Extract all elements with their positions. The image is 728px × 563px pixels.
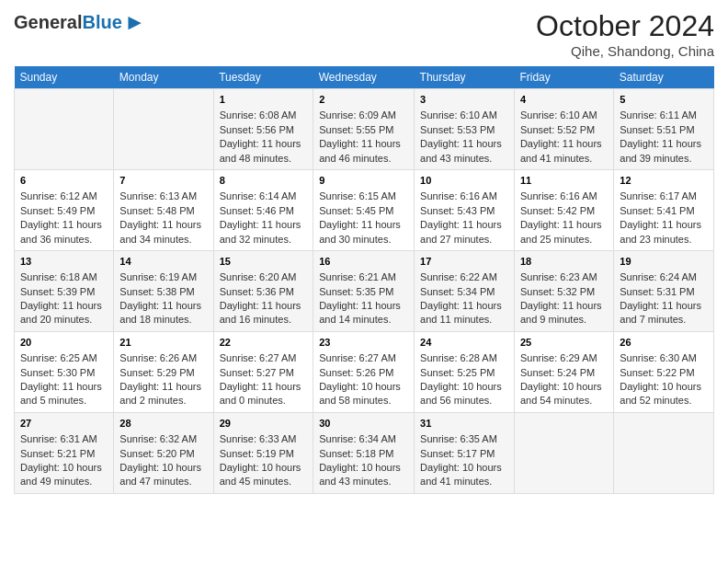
calendar-header-row: SundayMondayTuesdayWednesdayThursdayFrid…: [15, 66, 714, 89]
calendar-cell: 2Sunrise: 6:09 AMSunset: 5:55 PMDaylight…: [313, 89, 415, 170]
day-info: Daylight: 11 hours and 46 minutes.: [319, 137, 408, 166]
day-info: Sunrise: 6:17 AM: [620, 190, 708, 203]
day-info: Sunset: 5:29 PM: [119, 366, 207, 380]
day-info: Sunset: 5:51 PM: [620, 123, 708, 137]
day-info: Daylight: 10 hours and 47 minutes.: [119, 461, 207, 489]
day-info: Sunset: 5:48 PM: [119, 204, 207, 218]
day-info: Sunset: 5:30 PM: [20, 366, 108, 380]
day-info: Sunrise: 6:13 AM: [119, 190, 207, 203]
day-number: 14: [119, 255, 207, 269]
day-number: 19: [620, 255, 708, 269]
day-info: Sunrise: 6:12 AM: [20, 190, 108, 203]
calendar-day-header: Thursday: [415, 66, 515, 89]
day-number: 9: [319, 174, 408, 188]
title-block: October 2024 Qihe, Shandong, China: [536, 9, 714, 59]
day-info: Daylight: 11 hours and 41 minutes.: [520, 137, 608, 166]
day-info: Sunrise: 6:34 AM: [319, 432, 408, 446]
calendar-cell: 19Sunrise: 6:24 AMSunset: 5:31 PMDayligh…: [614, 250, 714, 331]
day-number: 3: [420, 93, 508, 107]
calendar-cell: 31Sunrise: 6:35 AMSunset: 5:17 PMDayligh…: [415, 412, 515, 493]
day-info: Sunset: 5:45 PM: [319, 204, 408, 218]
day-number: 20: [20, 336, 108, 350]
calendar-cell: 25Sunrise: 6:29 AMSunset: 5:24 PMDayligh…: [514, 331, 613, 412]
day-info: Sunset: 5:38 PM: [119, 285, 207, 299]
calendar-cell: 29Sunrise: 6:33 AMSunset: 5:19 PMDayligh…: [213, 412, 313, 493]
day-info: Sunset: 5:17 PM: [420, 447, 508, 461]
day-info: Sunset: 5:32 PM: [520, 285, 608, 299]
day-info: Daylight: 10 hours and 43 minutes.: [319, 461, 408, 489]
day-info: Sunrise: 6:11 AM: [620, 109, 708, 122]
page-container: General Blue ► October 2024 Qihe, Shando…: [0, 0, 728, 503]
main-title: October 2024: [536, 9, 714, 43]
calendar-cell: 21Sunrise: 6:26 AMSunset: 5:29 PMDayligh…: [114, 331, 213, 412]
day-info: Sunrise: 6:35 AM: [420, 432, 508, 446]
day-number: 23: [319, 336, 408, 350]
day-number: 2: [319, 93, 408, 107]
day-info: Sunrise: 6:10 AM: [420, 109, 508, 122]
day-info: Daylight: 11 hours and 16 minutes.: [220, 299, 307, 327]
day-number: 28: [119, 417, 207, 431]
day-number: 17: [420, 255, 508, 269]
day-number: 12: [620, 174, 708, 188]
day-info: Sunrise: 6:31 AM: [20, 432, 108, 446]
calendar-cell: 27Sunrise: 6:31 AMSunset: 5:21 PMDayligh…: [15, 412, 114, 493]
day-info: Sunset: 5:42 PM: [520, 204, 608, 218]
header: General Blue ► October 2024 Qihe, Shando…: [14, 9, 714, 59]
day-info: Daylight: 11 hours and 32 minutes.: [220, 218, 307, 247]
calendar-cell: [614, 412, 714, 493]
calendar-cell: [114, 89, 213, 170]
day-info: Daylight: 11 hours and 25 minutes.: [520, 218, 608, 247]
calendar-cell: 4Sunrise: 6:10 AMSunset: 5:52 PMDaylight…: [514, 89, 613, 170]
day-number: 29: [220, 417, 307, 431]
calendar-cell: 7Sunrise: 6:13 AMSunset: 5:48 PMDaylight…: [114, 169, 213, 250]
calendar-cell: 30Sunrise: 6:34 AMSunset: 5:18 PMDayligh…: [313, 412, 415, 493]
day-info: Daylight: 11 hours and 39 minutes.: [620, 137, 708, 166]
day-info: Daylight: 11 hours and 9 minutes.: [520, 299, 608, 327]
day-number: 24: [420, 336, 508, 350]
day-info: Sunset: 5:55 PM: [319, 123, 408, 137]
day-info: Daylight: 10 hours and 52 minutes.: [620, 380, 708, 408]
day-number: 26: [620, 336, 708, 350]
calendar-cell: 15Sunrise: 6:20 AMSunset: 5:36 PMDayligh…: [213, 250, 313, 331]
logo-icon: ►: [124, 9, 146, 35]
day-info: Sunrise: 6:24 AM: [620, 270, 708, 284]
day-info: Sunrise: 6:27 AM: [319, 351, 408, 365]
calendar-day-header: Tuesday: [213, 66, 313, 89]
calendar-table: SundayMondayTuesdayWednesdayThursdayFrid…: [14, 66, 714, 494]
calendar-cell: 24Sunrise: 6:28 AMSunset: 5:25 PMDayligh…: [415, 331, 515, 412]
day-info: Sunset: 5:27 PM: [220, 366, 307, 380]
calendar-day-header: Saturday: [614, 66, 714, 89]
day-info: Sunrise: 6:27 AM: [220, 351, 307, 365]
calendar-week-row: 27Sunrise: 6:31 AMSunset: 5:21 PMDayligh…: [15, 412, 714, 493]
day-info: Sunset: 5:19 PM: [220, 447, 307, 461]
day-info: Sunset: 5:43 PM: [420, 204, 508, 218]
day-info: Sunrise: 6:30 AM: [620, 351, 708, 365]
day-info: Sunrise: 6:20 AM: [220, 270, 307, 284]
calendar-cell: [514, 412, 613, 493]
day-info: Daylight: 11 hours and 30 minutes.: [319, 218, 408, 247]
day-info: Sunrise: 6:26 AM: [119, 351, 207, 365]
day-info: Daylight: 11 hours and 14 minutes.: [319, 299, 408, 327]
day-info: Sunrise: 6:16 AM: [420, 190, 508, 203]
day-number: 15: [220, 255, 307, 269]
calendar-cell: 18Sunrise: 6:23 AMSunset: 5:32 PMDayligh…: [514, 250, 613, 331]
day-info: Sunset: 5:36 PM: [220, 285, 307, 299]
day-info: Sunset: 5:52 PM: [520, 123, 608, 137]
day-info: Sunrise: 6:25 AM: [20, 351, 108, 365]
calendar-week-row: 20Sunrise: 6:25 AMSunset: 5:30 PMDayligh…: [15, 331, 714, 412]
calendar-week-row: 1Sunrise: 6:08 AMSunset: 5:56 PMDaylight…: [15, 89, 714, 170]
day-info: Sunset: 5:21 PM: [20, 447, 108, 461]
day-info: Daylight: 11 hours and 2 minutes.: [119, 380, 207, 408]
day-info: Sunrise: 6:33 AM: [220, 432, 307, 446]
subtitle: Qihe, Shandong, China: [536, 43, 714, 59]
day-number: 7: [119, 174, 207, 188]
day-number: 13: [20, 255, 108, 269]
day-number: 6: [20, 174, 108, 188]
calendar-cell: 12Sunrise: 6:17 AMSunset: 5:41 PMDayligh…: [614, 169, 714, 250]
logo-blue-text: Blue: [82, 12, 121, 33]
calendar-cell: 14Sunrise: 6:19 AMSunset: 5:38 PMDayligh…: [114, 250, 213, 331]
calendar-cell: 16Sunrise: 6:21 AMSunset: 5:35 PMDayligh…: [313, 250, 415, 331]
calendar-cell: 8Sunrise: 6:14 AMSunset: 5:46 PMDaylight…: [213, 169, 313, 250]
day-info: Sunrise: 6:28 AM: [420, 351, 508, 365]
day-info: Sunrise: 6:15 AM: [319, 190, 408, 203]
